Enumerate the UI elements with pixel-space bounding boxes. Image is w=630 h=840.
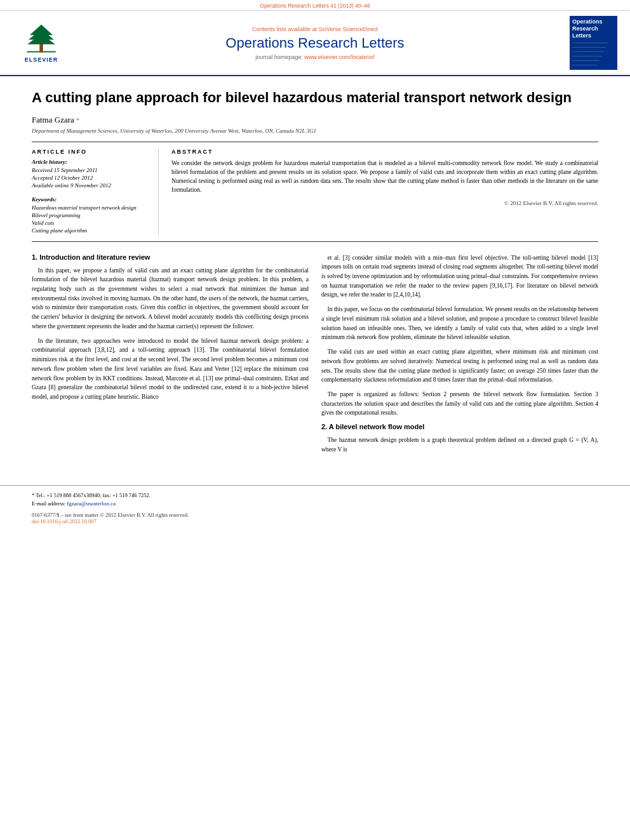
available-date: Available online 9 November 2012 — [32, 182, 149, 189]
section1-heading: 1. Introduction and literature review — [32, 253, 309, 261]
accepted-date: Accepted 12 October 2012 — [32, 175, 149, 181]
article-title: A cutting plane approach for bilevel haz… — [32, 89, 598, 107]
elsevier-logo-area: ELSEVIER — [13, 23, 70, 63]
article-info: ARTICLE INFO Article history: Received 1… — [32, 149, 159, 235]
journal-center: Contents lists available at SciVerse Sci… — [70, 26, 560, 60]
orl-badge-area: OperationsResearchLetters ──────────────… — [560, 16, 617, 70]
footer-area: * Tel.: +1 519 888 4567x38940; fax: +1 5… — [0, 485, 630, 531]
divider-2 — [32, 241, 598, 242]
elsevier-text: ELSEVIER — [25, 57, 58, 63]
section1-right-para2: In this paper, we focus on the combinato… — [321, 305, 598, 342]
col-left: 1. Introduction and literature review In… — [32, 253, 309, 460]
section1-right-para1: et al. [3] consider similar models with … — [321, 253, 598, 300]
section1-para1: In this paper, we propose a family of va… — [32, 266, 309, 331]
abstract-section: ABSTRACT We consider the network design … — [171, 149, 598, 235]
footnote-star-text: * Tel.: +1 519 888 4567x38940; fax: +1 5… — [32, 492, 151, 498]
keyword-3: Valid cuts — [32, 220, 149, 226]
abstract-text: We consider the network design problem f… — [171, 159, 598, 195]
elsevier-tree-icon — [22, 23, 60, 55]
col-right: et al. [3] consider similar models with … — [321, 253, 598, 460]
author-asterisk: * — [74, 116, 79, 124]
author-name: Fatma Gzara * — [32, 115, 598, 125]
received-date: Received 15 September 2011 — [32, 167, 149, 173]
main-content: A cutting plane approach for bilevel haz… — [0, 76, 630, 472]
journal-citation: Operations Research Letters 41 (2013) 40… — [260, 3, 370, 9]
divider-1 — [32, 142, 598, 142]
keyword-4: Cutting plane algorithm — [32, 227, 149, 234]
body-content: 1. Introduction and literature review In… — [32, 253, 598, 460]
orl-badge: OperationsResearchLetters ──────────────… — [570, 16, 617, 70]
email-link[interactable]: fgzara@uwaterloo.ca — [67, 500, 116, 507]
homepage-prefix: journal homepage: — [255, 54, 304, 60]
section1-right-para3: The valid cuts are used within an exact … — [321, 347, 598, 385]
author-name-text: Fatma Gzara — [32, 115, 74, 124]
journal-header: ELSEVIER Contents lists available at Sci… — [0, 11, 630, 76]
keywords-section: Keywords: Hazardous material transport n… — [32, 196, 149, 234]
section2-heading: 2. A bilevel network flow model — [321, 423, 598, 430]
orl-badge-lines: ──────────────── ─────────────── ───────… — [572, 41, 615, 67]
keywords-label: Keywords: — [32, 196, 149, 203]
footnote-contact: * Tel.: +1 519 888 4567x38940; fax: +1 5… — [32, 492, 598, 498]
orl-badge-title: OperationsResearchLetters — [572, 18, 615, 39]
top-bar: Operations Research Letters 41 (2013) 40… — [0, 0, 630, 11]
doi-link[interactable]: doi:10.1016/j.orl.2012.10.007 — [32, 518, 97, 524]
email-label: E-mail address: — [32, 500, 67, 507]
copyright: © 2012 Elsevier B.V. All rights reserved… — [171, 200, 598, 206]
journal-title: Operations Research Letters — [70, 35, 560, 51]
section2-para1: The hazmat network design problem is a g… — [321, 436, 598, 454]
journal-homepage: journal homepage: www.elsevier.com/locat… — [70, 54, 560, 60]
article-info-abstract: ARTICLE INFO Article history: Received 1… — [32, 149, 598, 235]
section1-right-para4: The paper is organized as follows: Secti… — [321, 390, 598, 418]
section1-para2: In the literature, two approaches were i… — [32, 337, 309, 402]
keyword-2: Bilevel programming — [32, 212, 149, 218]
elsevier-logo: ELSEVIER — [13, 23, 70, 63]
doi-line: doi:10.1016/j.orl.2012.10.007 — [32, 518, 598, 524]
article-info-label: ARTICLE INFO — [32, 149, 149, 155]
homepage-url[interactable]: www.elsevier.com/locate/orl — [304, 54, 375, 60]
abstract-label: ABSTRACT — [171, 149, 598, 155]
affiliation: Department of Management Sciences, Unive… — [32, 128, 598, 134]
keyword-1: Hazardous material transport network des… — [32, 204, 149, 211]
footnote-email: E-mail address: fgzara@uwaterloo.ca — [32, 500, 598, 507]
sciverse-link: Contents lists available at SciVerse Sci… — [70, 26, 560, 32]
history-label: Article history: — [32, 159, 149, 165]
issn-line: 0167-6377/$ – see front matter © 2012 El… — [32, 512, 598, 518]
